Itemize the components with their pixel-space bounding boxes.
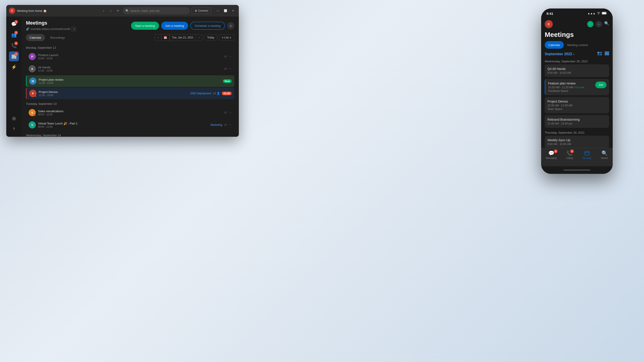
chevron-right-icon: ›: [573, 52, 574, 56]
join-meeting-button[interactable]: Join a meeting: [161, 22, 188, 30]
phone-meeting-weekly-sync[interactable]: Weekly Sync Up 9:00 AM - 10:00 AM: [545, 136, 609, 148]
meeting-item-sales-viz[interactable]: S Sales visualizations 08:00 - 12:00 ↺ ⋯: [26, 107, 234, 118]
edit-icon-3[interactable]: ↺: [224, 111, 227, 114]
meeting-item-project-demos[interactable]: P Project Demos 11:35 - 15:00 ENG Deploy…: [26, 88, 234, 99]
search-bar[interactable]: 🔍 Search, meet, and call: [123, 7, 190, 14]
sales-viz-avatar-container: S: [28, 109, 36, 116]
window-controls: — ⬜ ✕: [215, 7, 236, 14]
meeting-item-all-hands[interactable]: A All Hands 11:00 - 12:00 ↺ ⋯: [26, 63, 234, 75]
meeting-name-project-plan: Project plan review: [39, 78, 221, 81]
next-date-button[interactable]: ›: [196, 34, 202, 41]
phone-user-avatar[interactable]: C: [545, 20, 553, 28]
phone-tab-meeting-content[interactable]: Meeting content: [564, 41, 592, 49]
phone-tab-calendar[interactable]: Calendar: [545, 41, 564, 49]
meeting-actions-all-hands: ↺ ⋯: [224, 67, 232, 71]
join-button-feature[interactable]: Join: [595, 81, 606, 88]
people-badge: 1: [14, 31, 18, 34]
phone-view-icons: [598, 51, 609, 56]
participants-count: 12 👤: [213, 92, 220, 95]
start-meeting-button[interactable]: Start a meeting: [131, 22, 159, 30]
meetings-url-text: example.webex.com/meet/csmith: [31, 27, 70, 31]
nav-item-calling[interactable]: 📞 Calling 1: [566, 150, 573, 159]
eng-deployment-link[interactable]: ENG Deployment: [190, 92, 211, 95]
sidebar-item-meetings[interactable]: 🏢 1: [9, 51, 19, 61]
sidebar: 💬 4 👥 1 📞 1 🏢 1 ⚡ ⊞ ?: [6, 16, 22, 137]
prev-date-button[interactable]: ‹: [155, 34, 161, 41]
phone-bottom-nav: 💬 Messaging 3 📞 Calling 1 Meetings: [541, 148, 613, 166]
meetings-title: Meetings: [26, 20, 76, 26]
tab-calendar[interactable]: Calendar: [26, 34, 45, 41]
meetings-url-row: 🔗 example.webex.com/meet/csmith ⧉: [26, 27, 76, 31]
list-view-button[interactable]: ≡ List ∨: [219, 34, 234, 41]
edit-icon-4[interactable]: ↺: [224, 123, 227, 127]
nav-item-meetings[interactable]: Meetings: [582, 150, 592, 159]
phone-day-header-1: Wednesday, September 28, 2022: [545, 58, 609, 64]
nav-calling-label: Calling: [566, 157, 573, 159]
sidebar-item-teams[interactable]: ⚡: [9, 62, 19, 72]
sidebar-item-help[interactable]: ?: [9, 124, 19, 134]
svg-rect-1: [602, 12, 606, 14]
meetings-actions: Start a meeting Join a meeting Schedule …: [131, 22, 234, 30]
phone-meeting-rebrand[interactable]: Rebrand Brainstorming 11:45 AM - 13:45 p…: [545, 115, 609, 128]
sidebar-item-people[interactable]: 👥 1: [9, 30, 19, 40]
phone-status-icons: ▲▲▲: [588, 12, 607, 15]
edit-icon-2[interactable]: ↺: [224, 67, 227, 71]
desktop-app: C Working from home 🏠 ‹ › + 🔍 Search, me…: [6, 5, 239, 137]
edit-icon[interactable]: ↺: [224, 55, 227, 58]
nav-back-button[interactable]: ‹: [100, 7, 107, 14]
phone-time: 9:41: [546, 12, 553, 15]
more-icon-4[interactable]: ⋯: [228, 123, 232, 127]
schedule-meeting-button[interactable]: Schedule a meeting: [190, 22, 225, 30]
connect-button[interactable]: 🖥 Connect: [192, 7, 211, 14]
apps-icon: ⊞: [12, 116, 16, 121]
more-icon-3[interactable]: ⋯: [228, 111, 232, 114]
more-icon-2[interactable]: ⋯: [228, 67, 232, 71]
in-min-value: In 5 min: [575, 86, 584, 89]
svg-rect-3: [600, 52, 602, 53]
meeting-item-product-launch[interactable]: P Product Launch 10:00 - 10:30 ↺ ⋯: [26, 51, 234, 62]
sidebar-item-apps[interactable]: ⊞: [9, 113, 19, 123]
phone-badge: 1: [14, 41, 18, 45]
close-button[interactable]: ✕: [230, 7, 236, 14]
phone-meeting-space-feature: Feedback Space: [548, 89, 584, 92]
phone-meeting-name-feature: Feature plan review: [548, 81, 584, 85]
marketing-link[interactable]: Marketing: [210, 123, 222, 126]
meeting-info-project-plan: Project plan review 11:30 - 12:00: [39, 78, 221, 84]
phone-messages-icon[interactable]: ✉: [587, 21, 594, 27]
today-button[interactable]: Today: [204, 34, 217, 41]
minimize-button[interactable]: —: [215, 7, 221, 14]
meeting-info-virtual-lunch: Virtual Team Lunch 🎉 - Part 1 08:00 - 12…: [38, 122, 208, 128]
more-button[interactable]: ∨: [227, 22, 234, 29]
more-icon[interactable]: ⋯: [228, 55, 232, 58]
tab-recordings[interactable]: Recordings: [47, 34, 69, 41]
phone-month[interactable]: September 2022 ›: [545, 52, 574, 56]
search-icon: 🔍: [126, 9, 129, 12]
phone-meeting-space-demos: Team Space: [548, 107, 606, 111]
nav-messaging-icon: 💬: [548, 150, 554, 156]
nav-forward-button[interactable]: ›: [108, 7, 114, 14]
calendar-grid-icon[interactable]: [598, 51, 602, 56]
copy-url-button[interactable]: ⧉: [72, 27, 76, 31]
phone-add-icon[interactable]: +: [596, 21, 602, 27]
phone-tabs: Calendar Meeting content: [541, 41, 613, 49]
phone-scroll-area[interactable]: Wednesday, September 28, 2022 Q4 All Han…: [541, 58, 613, 148]
sidebar-item-messaging[interactable]: 💬 4: [9, 19, 19, 29]
nav-item-search[interactable]: 🔍 Search: [601, 150, 608, 159]
phone-meeting-project-demos[interactable]: Project Demos 10:35 AM - 11:00 AM Team S…: [545, 97, 609, 113]
nav-item-messaging[interactable]: 💬 Messaging 3: [546, 150, 556, 159]
phone-meeting-time-weekly: 9:00 AM - 10:00 AM: [548, 143, 606, 146]
nav-meetings-label: Meetings: [582, 157, 592, 159]
new-tab-button[interactable]: +: [115, 7, 121, 14]
phone-search-icon[interactable]: 🔍: [604, 21, 609, 27]
nav-messaging-badge: 3: [554, 149, 558, 153]
maximize-button[interactable]: ⬜: [222, 7, 228, 14]
phone-meeting-q4-all-hands[interactable]: Q4 All Hands 9:00 AM - 10:00 AM: [545, 64, 609, 77]
phone-meeting-name-rebrand: Rebrand Brainstorming: [548, 118, 606, 121]
meeting-item-virtual-lunch[interactable]: V Virtual Team Lunch 🎉 - Part 1 08:00 - …: [26, 119, 234, 131]
list-view-icon[interactable]: [605, 51, 609, 56]
help-icon: ?: [13, 127, 15, 131]
phone-calendar-header: September 2022 ›: [541, 51, 613, 58]
sidebar-item-phone[interactable]: 📞 1: [9, 41, 19, 50]
meeting-item-project-plan-review[interactable]: M Project plan review 11:30 - 12:00 Now: [26, 75, 234, 87]
phone-meeting-feature-plan[interactable]: Feature plan review 10:20 AM - 11:20 AM …: [545, 79, 609, 95]
